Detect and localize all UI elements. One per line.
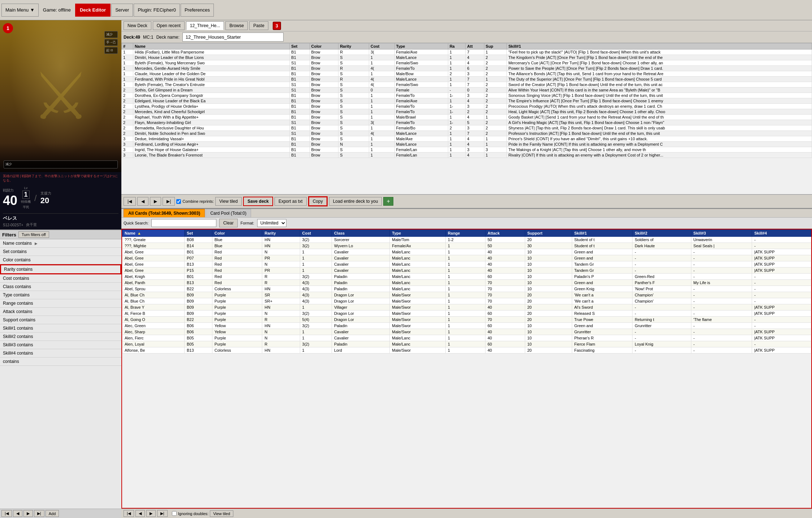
card-pool-tab[interactable]: Card Pool (Total:0)	[206, 209, 251, 217]
ignore-doubles-checkbox[interactable]	[172, 511, 177, 516]
col-ac-skill4[interactable]: Skill#4	[752, 230, 811, 237]
table-row[interactable]: 3 Leonie, The Blade Breaker's Foremost B…	[122, 153, 812, 158]
table-row[interactable]: 1 Ferdinand, With Pride in His Great Nob…	[122, 77, 812, 82]
col-ac-color[interactable]: Color	[212, 230, 262, 237]
search-clear-btn[interactable]: Clear	[219, 219, 238, 227]
filter-item-name[interactable]: Name contains ▶	[0, 239, 121, 248]
list-item[interactable]: Abel, Panth B13 Red R 4(3) Paladin Male/…	[122, 280, 811, 286]
browse-button[interactable]: Browse	[225, 21, 248, 30]
table-row[interactable]: 1 Byleth (Female), The Creator's Entrust…	[122, 82, 812, 87]
export-txt-btn[interactable]: Export as txt	[275, 197, 307, 206]
filter-nav-add[interactable]: Add	[46, 510, 59, 517]
table-row[interactable]: 2 Dorothea, Ex-Opera Company Songstr B1 …	[122, 93, 812, 98]
table-row[interactable]: 3 Ingrid, The Hope of House Galatea+ B1 …	[122, 147, 812, 153]
save-deck-btn[interactable]: Save deck	[243, 197, 273, 206]
view-tiled-top-btn[interactable]: View tiled	[215, 197, 242, 206]
col-ac-rarity[interactable]: Rarity	[262, 230, 300, 237]
filter-nav-prev[interactable]: ◀	[13, 510, 22, 517]
col-ac-cost[interactable]: Cost	[300, 230, 332, 237]
nav-prev-btn[interactable]: ◀	[137, 197, 148, 206]
deck-card-table-container[interactable]: # Name Set Color Rarity Cost Type Ra Att…	[121, 43, 812, 194]
bottom-nav-first[interactable]: |◀	[124, 510, 134, 517]
filter-item-support[interactable]: Support contains	[0, 316, 121, 324]
open-recent-button[interactable]: Open recent	[153, 21, 185, 30]
col-ac-skill3[interactable]: Skill#3	[691, 230, 752, 237]
col-ac-name[interactable]: Name ▲	[122, 230, 185, 237]
table-row[interactable]: 2 Dimitri, Noble Schooled in Pen and Swo…	[122, 131, 812, 136]
table-row[interactable]: 2 Flayn, Monastery-Inhabiting Girl S1 Br…	[122, 120, 812, 125]
table-row[interactable]: 2 Raphael, Youth With a Big Appetite+ B1…	[122, 115, 812, 120]
col-ac-attack[interactable]: Attack	[485, 230, 525, 237]
table-row[interactable]: 1 Mercedes, Gentle-Auraed Holy Smile B1 …	[122, 66, 812, 71]
list-item[interactable]: Alec, Sharp B06 Yellow N 1 Cavalier Male…	[122, 329, 811, 335]
filter-item-skill3[interactable]: Skill#3 contains	[0, 341, 121, 349]
deck-name-input[interactable]	[182, 33, 284, 42]
paste-button[interactable]: Paste	[249, 21, 268, 30]
twelve-three-tab[interactable]: 12_Three_He...	[186, 21, 224, 30]
col-ac-type[interactable]: Type	[390, 230, 446, 237]
bottom-nav-prev[interactable]: ◀	[135, 510, 145, 517]
combine-reprints-checkbox[interactable]	[176, 199, 181, 204]
copy-btn[interactable]: Copy	[308, 196, 328, 206]
list-item[interactable]: Alfonse, Be B13 Colorless HN 1 Lord Male…	[122, 347, 811, 354]
list-item[interactable]: Alen, Loyal B05 Purple R 3(2) Paladin Ma…	[122, 341, 811, 347]
filter-nav-next[interactable]: ▶	[23, 510, 33, 517]
all-cards-tab[interactable]: All Cards (Total:3649, Shown:3003)	[124, 209, 205, 217]
col-ac-class[interactable]: Class	[332, 230, 389, 237]
list-item[interactable]: ???, Greate B08 Blue HN 3(2) Sorcerer Ma…	[122, 237, 811, 243]
filter-item-skill2[interactable]: Skill#2 contains	[0, 333, 121, 341]
list-item[interactable]: Alec, Green B06 Yellow HN 3(2) Paladin M…	[122, 323, 811, 329]
filter-item-rarity[interactable]: Rarity contains	[0, 264, 121, 274]
list-item[interactable]: Al, Brave Y B09 Purple HN 1 Villager Mal…	[122, 304, 811, 311]
all-cards-table-container[interactable]: Name ▲ Set Color Rarity Cost Class Type …	[121, 229, 812, 509]
nav-first-btn[interactable]: |◀	[124, 197, 136, 206]
list-item[interactable]: Alen, Fierc B05 Purple N 1 Cavalier Male…	[122, 335, 811, 341]
table-row[interactable]: 3 Dedue, Intimidating Vassal+ B1 Brow S …	[122, 136, 812, 142]
list-item[interactable]: Abel, Knigh B01 Red R 3(2) Paladin Male/…	[122, 274, 811, 280]
turn-filters-btn[interactable]: Turn filters off	[18, 231, 49, 238]
table-row[interactable]: 2 Bernadetta, Reclusive Daughter of Hou …	[122, 125, 812, 131]
list-item[interactable]: Abel, Gree P15 Red PR 1 Cavalier Male/La…	[122, 267, 811, 274]
filter-item-type[interactable]: Type contains	[0, 291, 121, 299]
list-item[interactable]: ???, Mightie B14 Blue HN 3(2) Wyvern Lo …	[122, 243, 811, 249]
filter-nav-last[interactable]: ▶|	[34, 510, 44, 517]
filter-item-skill1[interactable]: Skill#1 contains	[0, 324, 121, 333]
table-row[interactable]: 1 Byleth (Female), Young Mercenary Swo S…	[122, 60, 812, 66]
col-ac-skill1[interactable]: Skill#1	[572, 230, 632, 237]
filter-item-range[interactable]: Range contains	[0, 299, 121, 308]
quick-search-input[interactable]	[151, 219, 216, 227]
nav-next-btn[interactable]: ▶	[150, 197, 161, 206]
col-ac-range[interactable]: Range	[445, 230, 485, 237]
col-ac-skill2[interactable]: Skill#2	[632, 230, 691, 237]
table-row[interactable]: 1 Dimitri, House Leader of the Blue Lion…	[122, 55, 812, 60]
table-row[interactable]: 2 Edelgard, House Leader of the Black Ea…	[122, 98, 812, 104]
list-item[interactable]: Abel, Gree B01 Red N 1 Cavalier Male/Lan…	[122, 249, 811, 255]
load-entire-btn[interactable]: Load entire deck to you	[329, 197, 382, 206]
col-ac-support[interactable]: Support	[525, 230, 572, 237]
list-item[interactable]: Abel, Gree B13 Red N 1 Cavalier Male/Lan…	[122, 261, 811, 267]
server-button[interactable]: Server	[111, 4, 133, 17]
table-row[interactable]: 1 Hilda (Fodlan), Little Miss Pampersome…	[122, 50, 812, 55]
bottom-nav-last[interactable]: ▶|	[157, 510, 168, 517]
view-tiled-bottom-btn[interactable]: View tiled	[210, 510, 233, 517]
filter-item-color[interactable]: Color contains	[0, 256, 121, 264]
table-row[interactable]: 3 Ferdinand, Lordling of House Aegir+ B1…	[122, 142, 812, 147]
deck-editor-button[interactable]: Deck Editor	[75, 4, 111, 17]
list-item[interactable]: Al, Blue Ch B09 Purple SR+ 4(3) Dragon L…	[122, 298, 811, 304]
filter-item-contains[interactable]: contains	[0, 358, 121, 366]
table-row[interactable]: 2 Sothis, Girl Glimpsed in a Dream S1 Br…	[122, 87, 812, 93]
preferences-button[interactable]: Preferences	[181, 4, 214, 17]
filter-item-cost[interactable]: Cost contains	[0, 274, 121, 283]
filter-item-skill4[interactable]: Skill#4 contains	[0, 349, 121, 358]
col-ac-set[interactable]: Set	[184, 230, 212, 237]
main-menu-button[interactable]: Main Menu ▼	[1, 4, 39, 17]
list-item[interactable]: Abel, Gree P07 Red PR 1 Cavalier Male/La…	[122, 255, 811, 261]
new-deck-button[interactable]: New Deck	[124, 21, 151, 30]
filter-item-attack[interactable]: Attack contains	[0, 308, 121, 316]
list-item[interactable]: Al, Blue Ch B09 Purple SR 4(3) Dragon Lo…	[122, 292, 811, 298]
format-select[interactable]: Unlimited	[257, 219, 286, 227]
plus-btn[interactable]: +	[383, 197, 393, 206]
filter-item-class[interactable]: Class contains	[0, 283, 121, 291]
table-row[interactable]: 1 Claude, House Leader of the Golden De …	[122, 71, 812, 77]
list-item[interactable]: Al, Fierce B B09 Purple N 3(2) Dragon Lo…	[122, 311, 811, 317]
